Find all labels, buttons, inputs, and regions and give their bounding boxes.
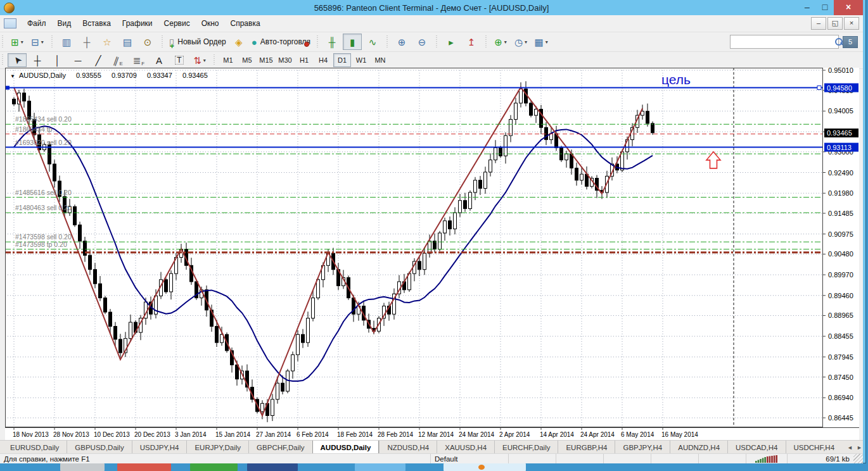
- tab-gbpchf-daily[interactable]: GBPCHF,Daily: [248, 441, 312, 454]
- taskbar-app-4[interactable]: [247, 463, 298, 471]
- tf-w1-button[interactable]: W1: [352, 53, 370, 67]
- toolbar-grip[interactable]: [2, 35, 5, 49]
- tf-mn-button[interactable]: MN: [371, 53, 389, 67]
- mdi-restore-button[interactable]: ◱: [827, 17, 843, 30]
- menu-item-charts[interactable]: Графики: [117, 16, 158, 30]
- text-button[interactable]: A: [150, 53, 169, 67]
- bar-chart-button[interactable]: ╫: [322, 34, 341, 50]
- title-bar[interactable]: 565896: Panteon Client Terminal - Демо С…: [0, 0, 863, 15]
- zoom-in-button[interactable]: ⊕: [392, 34, 411, 50]
- trendline-button[interactable]: ╱: [89, 53, 108, 67]
- svg-text:0.91485: 0.91485: [828, 210, 853, 217]
- tf-m30-button[interactable]: M30: [276, 53, 294, 67]
- tabs-scroll-right-icon[interactable]: ►: [857, 444, 862, 451]
- tab-gbpusd-daily[interactable]: GBPUSD,Daily: [67, 441, 131, 454]
- toolbar-grip[interactable]: [317, 35, 320, 49]
- new-chart-button[interactable]: ⊞▾: [8, 34, 27, 50]
- tab-eurgbp-h4[interactable]: EURGBP,H4: [558, 441, 615, 454]
- strategy-tester-button[interactable]: ⊙: [138, 34, 157, 50]
- toolbar-grip[interactable]: [485, 35, 488, 49]
- navigator-button[interactable]: ☆: [98, 34, 117, 50]
- cursor-button[interactable]: ➤: [8, 53, 27, 67]
- candlestick-chart-button[interactable]: ▮: [343, 34, 362, 50]
- horizontal-line-button[interactable]: ─: [68, 53, 87, 67]
- zigzag-line[interactable]: [14, 87, 642, 416]
- toolbar-grip[interactable]: [2, 54, 5, 66]
- arrows-button[interactable]: ⇅▾: [190, 53, 209, 67]
- price-axis[interactable]: 0.950100.945150.940050.934950.930000.924…: [823, 68, 853, 422]
- resize-grip[interactable]: [853, 454, 863, 463]
- target-line-left-handle[interactable]: [6, 86, 10, 90]
- tab-usdjpy-h4[interactable]: USDJPY,H4: [132, 441, 187, 454]
- chart-shift-button[interactable]: ↥: [462, 34, 481, 50]
- vertical-line-button[interactable]: │: [48, 53, 67, 67]
- svg-text:0.91980: 0.91980: [828, 189, 853, 197]
- terminal-button[interactable]: ▤: [118, 34, 137, 50]
- taskbar-app-3[interactable]: [190, 463, 238, 471]
- toolbar-grip[interactable]: [214, 54, 217, 66]
- tab-usdchf-h4[interactable]: USDCHF,H4: [786, 441, 843, 454]
- menu-item-insert[interactable]: Вставка: [77, 16, 117, 30]
- taskbar-app-2[interactable]: [117, 463, 171, 471]
- tab-eurjpy-daily[interactable]: EURJPY,Daily: [186, 441, 248, 454]
- profiles-button[interactable]: ⊟▾: [28, 34, 47, 50]
- arrow-up-annotation[interactable]: [706, 152, 720, 168]
- search-input[interactable]: [731, 37, 834, 47]
- mdi-close-button[interactable]: ×: [844, 17, 859, 30]
- taskbar-app-5[interactable]: [355, 463, 405, 471]
- tab-usdcad-h4[interactable]: USDCAD,H4: [727, 441, 785, 454]
- menu-item-service[interactable]: Сервис: [158, 16, 196, 30]
- date-axis[interactable]: 18 Nov 201328 Nov 201310 Dec 201320 Dec …: [13, 427, 698, 438]
- menu-item-view[interactable]: Вид: [52, 16, 77, 30]
- chat-notification-icon[interactable]: 5: [843, 36, 858, 48]
- text-label-button[interactable]: T: [170, 53, 189, 67]
- toolbar-grip[interactable]: [436, 35, 439, 49]
- crosshair-button[interactable]: ┼: [28, 53, 47, 67]
- svg-text:0.94005: 0.94005: [828, 107, 853, 115]
- new-order-button[interactable]: ▯+Новый Ордер: [167, 34, 228, 50]
- indicators-button[interactable]: ⊕▾: [491, 34, 510, 50]
- taskbar-app-6[interactable]: [444, 463, 526, 471]
- taskbar-app-1[interactable]: [60, 463, 105, 471]
- tab-eurchf-daily[interactable]: EURCHF,Daily: [494, 441, 558, 454]
- fibonacci-button[interactable]: ≣F: [129, 53, 148, 67]
- tf-m1-button[interactable]: M1: [219, 53, 237, 67]
- toolbar-grip[interactable]: [386, 35, 390, 49]
- tab-audnzd-h4[interactable]: AUDNZD,H4: [670, 441, 727, 454]
- price-chart[interactable]: #1865434 sell 0.20#1865434 tp#1693020 se…: [5, 68, 859, 440]
- auto-trading-button[interactable]: ●Авто-торговля: [250, 34, 312, 50]
- tf-m15-button[interactable]: M15: [257, 53, 275, 67]
- target-line-right-handle[interactable]: [817, 86, 821, 90]
- menu-item-window[interactable]: Окно: [196, 16, 225, 30]
- line-chart-button[interactable]: ∿: [363, 34, 382, 50]
- menu-item-file[interactable]: Файл: [22, 16, 52, 30]
- search-icon[interactable]: [834, 37, 837, 47]
- status-profile[interactable]: Default: [431, 454, 509, 463]
- periods-button[interactable]: ◷▾: [511, 34, 530, 50]
- tab-nzdusd-h4[interactable]: NZDUSD,H4: [379, 441, 437, 454]
- auto-scroll-button[interactable]: ▸: [442, 34, 461, 50]
- tab-audusd-daily[interactable]: AUDUSD,Daily: [312, 441, 380, 454]
- svg-text:28 Nov 2013: 28 Nov 2013: [53, 431, 89, 438]
- zoom-out-button[interactable]: ⊖: [412, 34, 431, 50]
- tab-xauusd-h4[interactable]: XAUUSD,H4: [437, 441, 494, 454]
- templates-button[interactable]: ▦▾: [532, 34, 551, 50]
- svg-text:0.94580: 0.94580: [827, 84, 852, 92]
- tf-d1-button[interactable]: D1: [333, 53, 351, 67]
- tab-eurusd-daily[interactable]: EURUSD,Daily: [3, 441, 67, 454]
- tabs-scroll-left-icon[interactable]: ◄: [847, 444, 853, 451]
- toolbar-grip[interactable]: [51, 35, 54, 49]
- toolbar-grip[interactable]: [162, 35, 165, 49]
- chart-window-area[interactable]: #1865434 sell 0.20#1865434 tp#1693020 se…: [5, 68, 859, 440]
- tf-h1-button[interactable]: H1: [295, 53, 313, 67]
- target-annotation[interactable]: цель: [661, 72, 691, 87]
- mdi-minimize-button[interactable]: –: [811, 17, 826, 30]
- tf-h4-button[interactable]: H4: [314, 53, 332, 67]
- tf-m5-button[interactable]: M5: [238, 53, 256, 67]
- data-window-button[interactable]: ┼: [77, 34, 96, 50]
- equidistant-channel-button[interactable]: ∥E: [109, 53, 128, 67]
- menu-item-help[interactable]: Справка: [225, 16, 266, 30]
- tab-gbpjpy-h4[interactable]: GBPJPY,H4: [615, 441, 670, 454]
- metaeditor-button[interactable]: ◈: [229, 34, 248, 50]
- market-watch-button[interactable]: ▥: [57, 34, 76, 50]
